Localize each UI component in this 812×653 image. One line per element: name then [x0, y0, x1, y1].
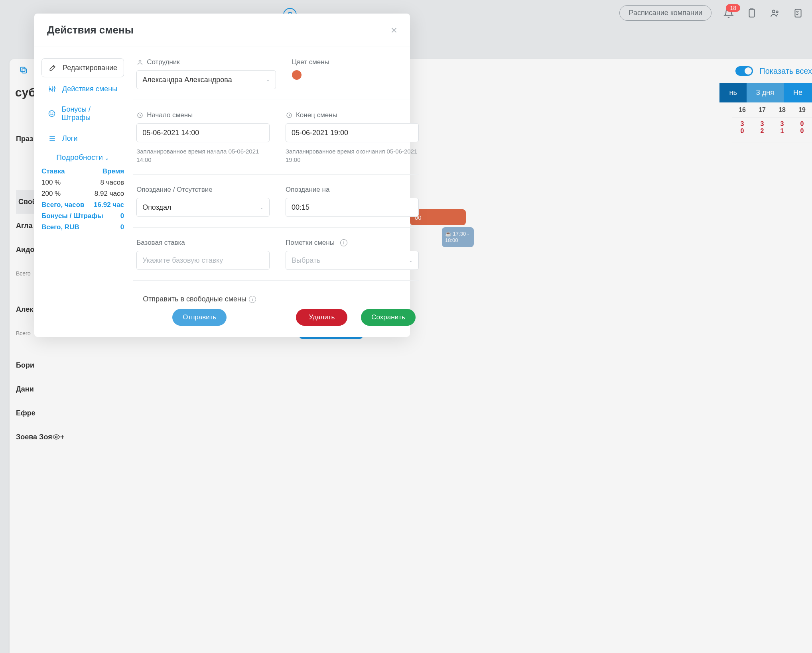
person-icon: [136, 59, 144, 66]
base-rate-input[interactable]: [136, 251, 270, 270]
time-value: 8.92 часо: [95, 190, 124, 198]
info-icon[interactable]: i: [249, 296, 256, 303]
svg-point-9: [54, 88, 55, 89]
details-panel: Ставка Время 100 % 8 часов 200 % 8.92 ча…: [41, 166, 124, 233]
start-datetime-input[interactable]: [136, 123, 270, 142]
lateness-label: Опоздание / Отсутствие: [136, 186, 213, 194]
sidebar-item-logs[interactable]: Логи: [41, 129, 124, 148]
time-value: 8 часов: [100, 179, 124, 187]
late-duration-input[interactable]: [286, 198, 419, 217]
edit-icon: [48, 63, 57, 72]
chevron-down-icon: ⌄: [266, 77, 270, 83]
tags-select[interactable]: Выбрать ⌄: [286, 251, 419, 270]
modal-sidebar: Редактирование Действия смены Бонусы / Ш…: [41, 58, 124, 337]
sidebar-item-actions[interactable]: Действия смены: [41, 80, 124, 98]
svg-point-8: [51, 90, 53, 91]
details-toggle[interactable]: Подробности⌄: [41, 153, 124, 162]
clock-icon: [136, 112, 144, 119]
chevron-down-icon: ⌄: [409, 258, 413, 263]
start-label: Начало смены: [147, 111, 193, 119]
bonus-value: 0: [120, 212, 124, 220]
start-hint: Запланированное время начала 05-06-2021 …: [136, 147, 270, 164]
shift-actions-modal: Действия смены × Редактирование Действия…: [34, 14, 410, 337]
smile-icon: [48, 109, 56, 118]
rate-value: 200 %: [41, 190, 61, 198]
save-button[interactable]: Сохранить: [361, 309, 415, 326]
tags-label: Пометки смены: [286, 239, 335, 247]
rate-header: Ставка: [41, 167, 65, 175]
late-duration-label: Опоздание на: [286, 186, 329, 194]
list-icon: [48, 134, 57, 143]
svg-point-13: [139, 60, 141, 62]
total-hours-value: 16.92 час: [94, 201, 124, 209]
end-label: Конец смены: [296, 111, 337, 119]
chevron-down-icon: ⌄: [104, 155, 109, 161]
delete-button[interactable]: Удалить: [296, 309, 347, 326]
shift-color-label: Цвет смены: [292, 58, 329, 66]
svg-point-10: [49, 111, 55, 117]
sidebar-item-edit[interactable]: Редактирование: [41, 58, 124, 77]
employee-label: Сотрудник: [147, 58, 180, 66]
svg-point-12: [53, 113, 53, 113]
sidebar-item-bonus[interactable]: Бонусы / Штрафы: [41, 100, 124, 127]
sliders-icon: [48, 85, 57, 93]
base-rate-label: Базовая ставка: [136, 239, 185, 247]
total-hours-label: Всего, часов: [41, 201, 85, 209]
rate-value: 100 %: [41, 179, 61, 187]
modal-title: Действия смены: [47, 24, 134, 36]
sidebar-item-label: Бонусы / Штрафы: [62, 105, 118, 122]
total-rub-label: Всего, RUB: [41, 223, 79, 231]
info-icon[interactable]: i: [340, 239, 347, 246]
employee-select[interactable]: Александра Александрова ⌄: [136, 70, 276, 89]
sidebar-item-label: Редактирование: [63, 64, 117, 72]
total-rub-value: 0: [120, 223, 124, 231]
lateness-select[interactable]: Опоздал ⌄: [136, 198, 270, 217]
end-hint: Запланированное время окончания 05-06-20…: [286, 147, 419, 164]
send-free-label: Отправить в свободные смены: [143, 295, 246, 303]
clock-icon: [286, 112, 293, 119]
time-header: Время: [102, 167, 124, 175]
svg-point-11: [51, 113, 51, 113]
sidebar-item-label: Логи: [62, 134, 77, 143]
chevron-down-icon: ⌄: [260, 205, 264, 210]
end-datetime-input[interactable]: [286, 123, 419, 142]
send-button[interactable]: Отправить: [172, 309, 227, 326]
svg-point-7: [49, 88, 51, 89]
shift-color-swatch[interactable]: [292, 70, 302, 80]
modal-form: Сотрудник Александра Александрова ⌄ Цвет…: [133, 58, 419, 337]
bonus-label: Бонусы / Штрафы: [41, 212, 103, 220]
sidebar-item-label: Действия смены: [62, 85, 117, 93]
close-icon[interactable]: ×: [391, 25, 397, 36]
